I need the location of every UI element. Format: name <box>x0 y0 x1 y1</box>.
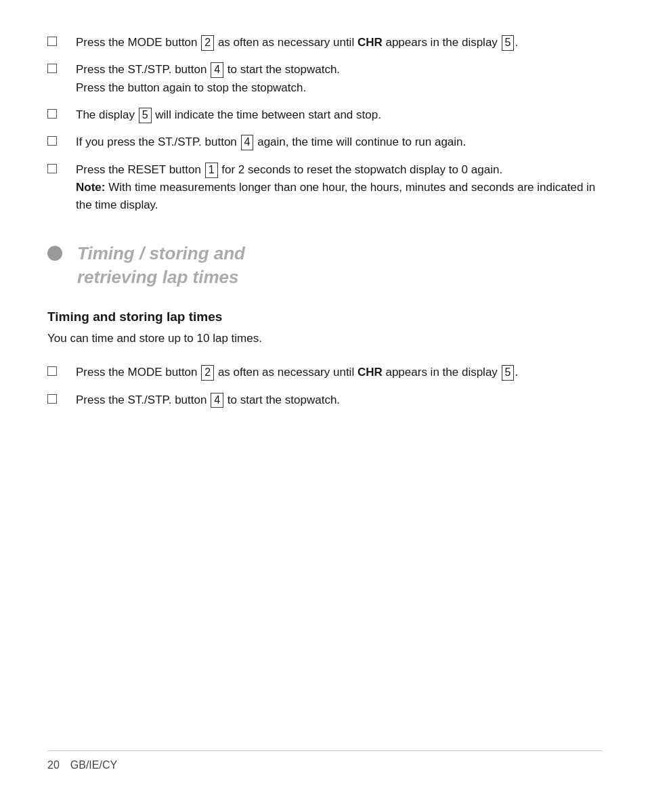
button-number-4c: 4 <box>211 393 223 408</box>
section-heading-text: Timing / storing and retrieving lap time… <box>77 242 245 289</box>
page: Press the MODE button 2 as often as nece… <box>0 0 650 812</box>
chr-label: CHR <box>358 36 383 49</box>
checkbox-icon <box>47 366 57 376</box>
checkbox-icon <box>47 64 57 73</box>
checkbox-icon <box>47 136 57 146</box>
list-item: Press the MODE button 2 as often as nece… <box>47 34 603 51</box>
button-number-4b: 4 <box>241 135 254 150</box>
item-text: If you press the ST./STP. button 4 again… <box>76 133 603 151</box>
item-text: Press the ST./STP. button 4 to start the… <box>76 61 603 97</box>
item-text: Press the MODE button 2 as often as nece… <box>76 34 603 51</box>
checkbox-icon <box>47 37 57 46</box>
locale-label: GB/IE/CY <box>70 759 117 771</box>
heading-line1: Timing / storing and <box>77 243 245 263</box>
section-heading-container: Timing / storing and retrieving lap time… <box>47 242 603 289</box>
section-bullet-icon <box>47 246 62 261</box>
content-area: Press the MODE button 2 as often as nece… <box>47 27 603 750</box>
chr-label2: CHR <box>358 366 383 379</box>
list-item: Press the ST./STP. button 4 to start the… <box>47 391 603 409</box>
list-item: If you press the ST./STP. button 4 again… <box>47 133 603 151</box>
subsection-heading: Timing and storing lap times <box>47 309 603 324</box>
page-number: 20 <box>47 759 60 771</box>
list-item: The display 5 will indicate the time bet… <box>47 106 603 124</box>
item-text: Press the ST./STP. button 4 to start the… <box>76 391 603 409</box>
button-number-2c: 2 <box>201 365 214 381</box>
display-number-5: 5 <box>502 35 515 51</box>
checkbox-icon <box>47 164 57 173</box>
checkbox-icon <box>47 394 57 404</box>
item-text: Press the RESET button 1 for 2 seconds t… <box>76 161 603 215</box>
list-item: Press the ST./STP. button 4 to start the… <box>47 61 603 97</box>
page-footer: 20 GB/IE/CY <box>47 750 603 771</box>
button-number-2: 2 <box>201 35 214 51</box>
section1-list: Press the MODE button 2 as often as nece… <box>47 34 603 215</box>
checkbox-icon <box>47 109 57 119</box>
note-label: Note: <box>76 181 105 194</box>
section2-list: Press the MODE button 2 as often as nece… <box>47 364 603 409</box>
list-item: Press the MODE button 2 as often as nece… <box>47 364 603 381</box>
item-text: Press the MODE button 2 as often as nece… <box>76 364 603 381</box>
button-number-4: 4 <box>211 62 223 78</box>
button-number-1: 1 <box>205 163 218 178</box>
display-number-5b: 5 <box>139 108 152 123</box>
display-number-5c: 5 <box>502 365 515 381</box>
list-item: Press the RESET button 1 for 2 seconds t… <box>47 161 603 215</box>
heading-line2: retrieving lap times <box>77 267 238 287</box>
subsection-intro: You can time and store up to 10 lap time… <box>47 330 603 347</box>
item-text: The display 5 will indicate the time bet… <box>76 106 603 124</box>
